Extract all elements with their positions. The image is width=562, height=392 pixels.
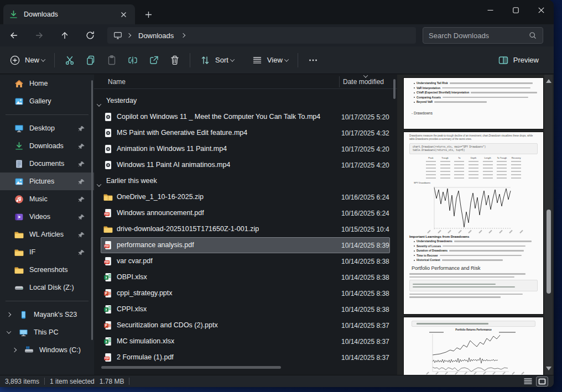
paste-button[interactable] — [101, 50, 122, 70]
excel-file-icon: x — [103, 337, 113, 346]
bullet-dot — [414, 241, 415, 242]
group-label: Yesterday — [106, 97, 137, 104]
sidebar-item-wl-articles[interactable]: WL Articles — [4, 226, 90, 243]
column-header-name[interactable]: Name — [108, 78, 126, 86]
pin-icon — [78, 213, 85, 221]
copy-button[interactable] — [80, 50, 101, 70]
view-button-label: View — [267, 56, 283, 64]
chevron-down-icon[interactable] — [6, 329, 12, 336]
file-row-mc-simulation-xlsx[interactable]: xMC simulation.xlsx10/14/2025 8:37 — [101, 333, 390, 349]
delete-button[interactable] — [164, 50, 185, 70]
up-button[interactable] — [55, 27, 74, 44]
back-button[interactable] — [4, 27, 23, 44]
rename-button[interactable]: A — [122, 50, 143, 70]
sidebar-item-home[interactable]: Home — [4, 75, 90, 92]
sidebar-item-gallery[interactable]: Gallery — [4, 92, 90, 110]
sidebar-item-if[interactable]: IF — [4, 243, 90, 261]
breadcrumb[interactable]: Downloads — [107, 27, 416, 44]
file-row-securitization-and-cdos-2-pptx[interactable]: PSecuritization and CDOs (2).pptx10/14/2… — [101, 317, 390, 333]
file-name: cppi_strategy.pptx — [117, 289, 173, 297]
preview-scrollbar[interactable] — [544, 75, 553, 375]
chevron-down-icon[interactable] — [97, 99, 101, 109]
view-button[interactable]: View — [247, 50, 293, 70]
cell-bar — [511, 174, 521, 175]
text-line — [409, 276, 514, 278]
sidebar-item-screenshots[interactable]: Screenshots — [4, 261, 90, 279]
file-row-performance-analysis-pdf[interactable]: PDFperformance analysis.pdf10/14/2025 8:… — [101, 237, 390, 253]
file-date-modified: 10/14/2025 8:38 — [341, 290, 389, 297]
new-tab-button[interactable] — [142, 8, 155, 21]
file-row-windows-11-paint-ai-animatinos-mp4[interactable]: Windows 11 Paint AI animatinos.mp410/17/… — [101, 157, 390, 173]
file-row-copilot-on-windows-11-meet-the-computer-you-can-talk-to-mp4[interactable]: Copilot on Windows 11 _ Meet the Compute… — [101, 109, 390, 125]
file-row-cppi-xlsx[interactable]: xCPPI.xlsx10/14/2025 8:38 — [101, 301, 390, 317]
sidebar-item-this-pc[interactable]: This PC — [4, 323, 90, 341]
scroll-up-arrow-icon[interactable] — [546, 79, 551, 83]
more-options-button[interactable] — [303, 50, 324, 70]
file-date-modified: 10/15/2025 10:4 — [341, 226, 389, 233]
sidebar-item-mayank-s-s23[interactable]: Mayank's S23 — [4, 306, 90, 323]
sidebar-item-videos[interactable]: Videos — [4, 208, 90, 226]
file-row-onedrive-1-10-16-2025-zip[interactable]: OneDrive_1_10-16-2025.zip10/16/2025 6:24 — [101, 189, 390, 205]
preview-scrollbar-thumb[interactable] — [547, 210, 551, 294]
sidebar-item-label: Screenshots — [29, 266, 90, 274]
explorer-tab-downloads[interactable]: Downloads — [3, 4, 135, 24]
file-row-animation-in-windows-11-paint-mp4[interactable]: Animation in Windows 11 Paint.mp410/17/2… — [101, 141, 390, 157]
sidebar-item-pictures[interactable]: Pictures — [0, 173, 94, 190]
maximize-button[interactable] — [503, 0, 528, 20]
cut-button[interactable] — [59, 50, 80, 70]
share-button[interactable] — [143, 50, 164, 70]
chevron-right-icon[interactable] — [11, 347, 18, 353]
excel-file-icon: x — [103, 273, 113, 282]
sidebar-item-music[interactable]: Music — [4, 190, 90, 208]
chevron-right-icon[interactable] — [181, 33, 185, 38]
group-header-earlier-this-week[interactable]: Earlier this week — [94, 173, 393, 189]
sidebar-item-local-disk-z[interactable]: Local Disk (Z:) — [4, 279, 90, 296]
sidebar-item-label: Downloads — [29, 142, 78, 150]
text-line — [443, 245, 525, 247]
sidebar-scrollbar[interactable] — [91, 80, 93, 340]
file-row-var-cvar-pdf[interactable]: PDFvar cvar.pdf10/14/2025 8:38 — [101, 253, 390, 269]
details-view-button[interactable] — [522, 377, 534, 386]
toolbar-separator — [190, 53, 190, 67]
minimize-button[interactable] — [477, 0, 503, 20]
chevron-down-icon[interactable] — [97, 179, 101, 189]
text-line — [434, 101, 487, 103]
file-name: CPPI.xlsx — [117, 305, 147, 313]
file-row-windows-announcement-pdf[interactable]: PDFWindows announcement.pdf10/16/2025 6:… — [101, 205, 390, 221]
close-button[interactable] — [528, 0, 554, 20]
pdf-preview-page-2: Drawdowns measure the peak-to-trough dec… — [404, 132, 543, 314]
forward-button[interactable] — [30, 27, 49, 44]
group-header-yesterday[interactable]: Yesterday — [94, 93, 393, 109]
text-line — [440, 255, 522, 257]
sidebar-item-desktop[interactable]: Desktop — [4, 119, 90, 137]
text-line — [471, 92, 537, 93]
sidebar-item-windows-c[interactable]: Windows (C:) — [4, 341, 90, 359]
column-headers: Name Date modified — [94, 75, 397, 89]
pdf-table-cell — [452, 176, 466, 180]
svg-text:P: P — [105, 291, 108, 295]
sidebar-item-documents[interactable]: Documents — [4, 155, 90, 173]
file-list-scrollbar[interactable] — [393, 79, 396, 99]
file-row-2-formulae-1-pdf[interactable]: PDF2 Formulae (1).pdf10/14/2025 8:37 — [101, 349, 390, 365]
breadcrumb-downloads[interactable]: Downloads — [138, 32, 174, 40]
preview-toggle-button[interactable]: Preview — [493, 50, 546, 70]
new-button[interactable]: New — [4, 50, 50, 70]
tab-close-icon[interactable] — [117, 8, 129, 20]
status-divider — [129, 378, 129, 385]
sidebar-item-downloads[interactable]: Downloads — [4, 137, 90, 155]
horizontal-scrollbar[interactable] — [101, 366, 281, 369]
refresh-button[interactable] — [81, 27, 100, 44]
large-icons-view-button[interactable] — [536, 377, 548, 386]
pdf-file-icon: PDF — [103, 257, 113, 266]
column-header-date-modified[interactable]: Date modified — [343, 78, 384, 86]
file-row-ms-paint-with-generative-edit-feature-mp4[interactable]: MS Paint with Generative Edit feature.mp… — [101, 125, 390, 141]
sort-button[interactable]: Sort — [195, 50, 239, 70]
file-row-cppi-strategy-pptx[interactable]: Pcppi_strategy.pptx10/14/2025 8:38 — [101, 285, 390, 301]
file-row-drive-download-20251015t171650z-1-001-zip[interactable]: drive-download-20251015T171650Z-1-001.zi… — [101, 221, 390, 237]
file-row-obpi-xlsx[interactable]: xOBPI.xlsx10/14/2025 8:38 — [101, 269, 390, 285]
scroll-down-arrow-icon[interactable] — [546, 367, 551, 370]
column-divider[interactable] — [339, 76, 340, 87]
cell-bar — [454, 174, 464, 175]
chevron-right-icon[interactable] — [6, 311, 12, 318]
search-input[interactable]: Search Downloads — [423, 27, 543, 44]
